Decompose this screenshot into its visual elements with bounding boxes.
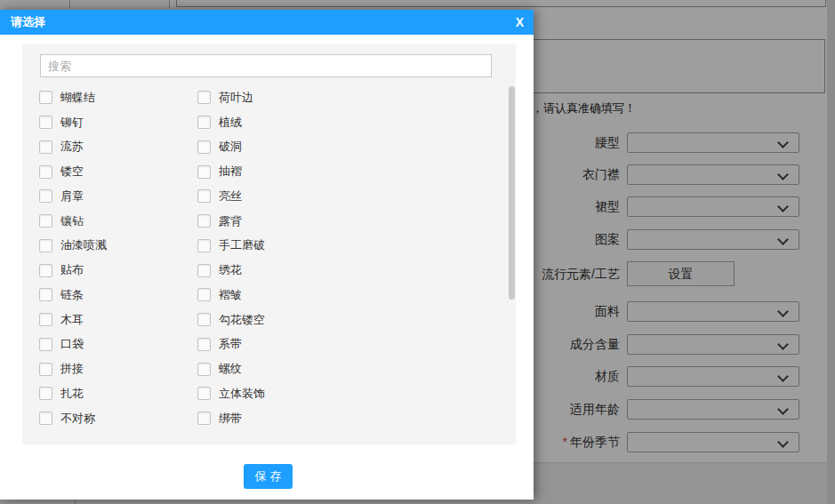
option-label: 亮丝 <box>219 188 242 204</box>
option-item[interactable]: 破洞 <box>197 139 509 155</box>
checkbox-icon[interactable] <box>197 363 211 376</box>
option-item[interactable]: 荷叶边 <box>197 90 509 106</box>
checkbox-icon[interactable] <box>39 165 52 179</box>
option-label: 链条 <box>60 287 84 303</box>
checkbox-icon[interactable] <box>197 313 211 326</box>
option-item[interactable]: 蝴蝶结 <box>39 90 197 106</box>
close-icon[interactable]: X <box>516 10 524 35</box>
option-item[interactable]: 手工磨破 <box>197 237 509 253</box>
option-label: 镶钻 <box>60 213 84 229</box>
option-item[interactable]: 链条 <box>39 287 197 303</box>
option-label: 破洞 <box>219 139 242 155</box>
checkbox-icon[interactable] <box>39 288 52 301</box>
checkbox-icon[interactable] <box>39 338 52 351</box>
checkbox-icon[interactable] <box>197 338 211 351</box>
checkbox-icon[interactable] <box>197 214 211 228</box>
option-item[interactable]: 镂空 <box>39 164 197 180</box>
checkbox-icon[interactable] <box>39 214 52 228</box>
search-input[interactable] <box>40 54 492 77</box>
checkbox-icon[interactable] <box>197 239 211 252</box>
checkbox-icon[interactable] <box>197 264 211 277</box>
option-label: 立体装饰 <box>219 386 265 402</box>
option-label: 手工磨破 <box>219 237 265 253</box>
option-item[interactable]: 螺纹 <box>197 361 509 377</box>
checkbox-icon[interactable] <box>197 140 211 154</box>
option-item[interactable]: 立体装饰 <box>197 386 509 402</box>
option-label: 螺纹 <box>219 361 242 377</box>
options-panel: 蝴蝶结荷叶边铆钉植绒流苏破洞镂空抽褶肩章亮丝镶钻露背油漆喷溅手工磨破贴布绣花链条… <box>22 44 516 444</box>
option-label: 不对称 <box>60 411 95 427</box>
checkbox-icon[interactable] <box>39 264 52 277</box>
option-label: 露背 <box>219 213 242 229</box>
option-label: 绑带 <box>219 411 242 427</box>
option-label: 绣花 <box>219 262 242 278</box>
checkbox-icon[interactable] <box>197 412 211 425</box>
checkbox-icon[interactable] <box>39 140 52 154</box>
option-label: 褶皱 <box>219 287 242 303</box>
option-item[interactable]: 肩章 <box>39 188 197 204</box>
option-label: 荷叶边 <box>219 90 253 106</box>
checkbox-icon[interactable] <box>197 91 211 104</box>
option-item[interactable]: 植绒 <box>197 115 509 131</box>
option-label: 口袋 <box>60 336 84 352</box>
option-label: 肩章 <box>60 188 84 204</box>
checkbox-icon[interactable] <box>39 189 52 203</box>
option-label: 贴布 <box>60 262 84 278</box>
option-item[interactable]: 木耳 <box>39 312 197 328</box>
option-item[interactable]: 流苏 <box>39 139 197 155</box>
option-label: 油漆喷溅 <box>60 237 107 253</box>
options-grid: 蝴蝶结荷叶边铆钉植绒流苏破洞镂空抽褶肩章亮丝镶钻露背油漆喷溅手工磨破贴布绣花链条… <box>22 85 509 431</box>
option-item[interactable]: 扎花 <box>39 386 197 402</box>
option-label: 系带 <box>219 336 242 352</box>
checkbox-icon[interactable] <box>197 165 211 179</box>
option-label: 拼接 <box>60 361 84 377</box>
option-item[interactable]: 拼接 <box>39 361 197 377</box>
option-item[interactable]: 露背 <box>197 213 509 229</box>
option-label: 扎花 <box>60 386 84 402</box>
option-item[interactable]: 铆钉 <box>39 115 197 131</box>
scrollbar-thumb[interactable] <box>509 86 515 300</box>
option-item[interactable]: 油漆喷溅 <box>39 237 197 253</box>
select-modal: 请选择 X 蝴蝶结荷叶边铆钉植绒流苏破洞镂空抽褶肩章亮丝镶钻露背油漆喷溅手工磨破… <box>0 10 534 500</box>
checkbox-icon[interactable] <box>197 189 211 203</box>
checkbox-icon[interactable] <box>197 288 211 301</box>
option-item[interactable]: 勾花镂空 <box>197 312 509 328</box>
checkbox-icon[interactable] <box>197 116 211 129</box>
checkbox-icon[interactable] <box>39 412 52 425</box>
option-item[interactable]: 亮丝 <box>197 188 509 204</box>
checkbox-icon[interactable] <box>39 313 52 326</box>
option-label: 勾花镂空 <box>219 312 265 328</box>
option-label: 蝴蝶结 <box>60 90 95 106</box>
option-item[interactable]: 镶钻 <box>39 213 197 229</box>
option-label: 植绒 <box>219 115 242 131</box>
checkbox-icon[interactable] <box>197 387 211 400</box>
option-item[interactable]: 口袋 <box>39 336 197 352</box>
option-label: 铆钉 <box>60 115 84 131</box>
option-item[interactable]: 抽褶 <box>197 164 509 180</box>
option-item[interactable]: 贴布 <box>39 262 197 278</box>
checkbox-icon[interactable] <box>39 116 52 129</box>
option-item[interactable]: 绑带 <box>197 411 509 427</box>
option-label: 抽褶 <box>219 164 242 180</box>
option-item[interactable]: 不对称 <box>39 411 197 427</box>
option-label: 木耳 <box>60 312 84 328</box>
option-item[interactable]: 绣花 <box>197 262 509 278</box>
modal-header: 请选择 X <box>0 10 534 35</box>
checkbox-icon[interactable] <box>39 91 52 104</box>
option-item[interactable]: 褶皱 <box>197 287 509 303</box>
option-label: 流苏 <box>60 139 84 155</box>
checkbox-icon[interactable] <box>39 387 52 400</box>
checkbox-icon[interactable] <box>39 239 52 252</box>
save-button[interactable]: 保存 <box>244 464 293 489</box>
option-item[interactable]: 系带 <box>197 336 509 352</box>
checkbox-icon[interactable] <box>39 363 52 376</box>
option-label: 镂空 <box>60 164 84 180</box>
modal-title: 请选择 <box>11 10 45 35</box>
